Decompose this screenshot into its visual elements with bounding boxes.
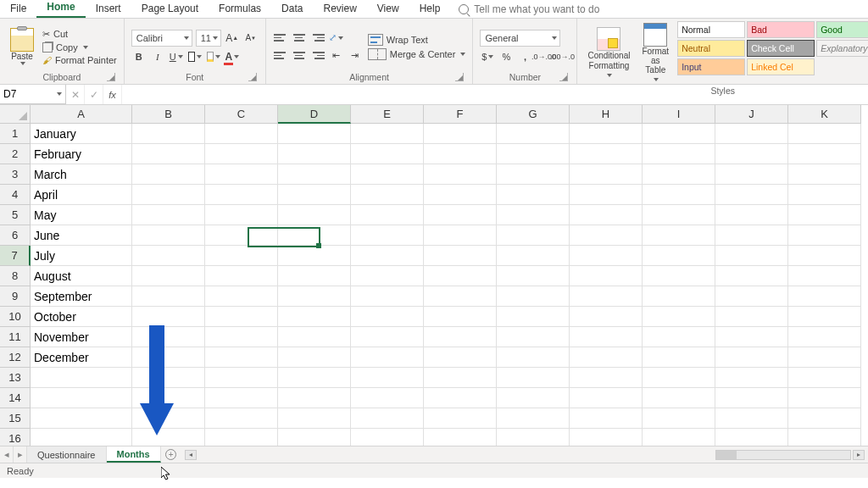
row-header-8[interactable]: 8 <box>0 266 31 286</box>
cell[interactable] <box>205 307 278 327</box>
sheet-nav-prev[interactable]: ▸ <box>14 446 27 463</box>
cell[interactable] <box>205 185 278 205</box>
cell[interactable] <box>643 164 715 185</box>
column-header-J[interactable]: J <box>715 105 788 124</box>
cell[interactable] <box>788 388 861 408</box>
cell[interactable] <box>351 368 424 388</box>
cell[interactable] <box>424 347 497 368</box>
cell[interactable] <box>31 429 132 446</box>
cell[interactable] <box>278 164 351 185</box>
font-name-select[interactable]: Calibri <box>131 30 192 47</box>
cell[interactable] <box>643 225 715 246</box>
cell[interactable] <box>351 408 424 429</box>
cell[interactable] <box>497 124 570 144</box>
name-box[interactable]: D7 <box>0 85 66 104</box>
cell[interactable] <box>351 286 424 307</box>
tab-home[interactable]: Home <box>36 0 85 18</box>
cell[interactable] <box>643 347 715 368</box>
cell[interactable] <box>205 286 278 307</box>
cell[interactable] <box>424 429 497 446</box>
row-header-7[interactable]: 7 <box>0 246 31 266</box>
cell[interactable] <box>278 185 351 205</box>
copy-button[interactable]: Copy <box>42 42 117 53</box>
cell[interactable] <box>132 266 205 286</box>
cell[interactable] <box>643 388 715 408</box>
align-right-button[interactable] <box>310 48 326 64</box>
cell[interactable]: June <box>31 225 132 246</box>
bold-button[interactable]: B <box>131 49 147 64</box>
conditional-formatting-button[interactable]: Conditional Formatting <box>584 21 633 86</box>
column-header-C[interactable]: C <box>205 105 278 124</box>
cell[interactable] <box>205 246 278 266</box>
shrink-font-button[interactable]: A▼ <box>243 30 259 46</box>
cell[interactable] <box>715 205 788 225</box>
row-header-13[interactable]: 13 <box>0 368 31 388</box>
fill-color-button[interactable] <box>206 49 221 64</box>
cell[interactable] <box>278 327 351 347</box>
cell[interactable] <box>643 124 715 144</box>
cell[interactable] <box>351 327 424 347</box>
cell[interactable] <box>278 388 351 408</box>
cell[interactable] <box>205 347 278 368</box>
dialog-launcher-icon[interactable] <box>455 73 464 81</box>
cell[interactable] <box>278 144 351 164</box>
cell[interactable] <box>788 286 861 307</box>
row-header-10[interactable]: 10 <box>0 307 31 327</box>
cell[interactable] <box>715 144 788 164</box>
cell-styles-gallery[interactable]: Normal Bad Good Neutral Check Cell Expla… <box>677 21 868 86</box>
cell[interactable] <box>351 225 424 246</box>
cell[interactable] <box>424 185 497 205</box>
cell[interactable]: January <box>31 124 132 144</box>
cell[interactable] <box>132 144 205 164</box>
cell[interactable] <box>351 266 424 286</box>
decrease-decimal-button[interactable]: .00→.0 <box>554 49 570 64</box>
cell[interactable] <box>497 246 570 266</box>
cell[interactable] <box>205 368 278 388</box>
align-bottom-button[interactable] <box>310 30 326 46</box>
cell[interactable] <box>205 429 278 446</box>
cell[interactable] <box>570 124 643 144</box>
cell[interactable] <box>715 266 788 286</box>
cell[interactable] <box>570 307 643 327</box>
cell[interactable] <box>570 266 643 286</box>
cell[interactable] <box>788 266 861 286</box>
cell[interactable] <box>788 185 861 205</box>
cell[interactable] <box>424 164 497 185</box>
cell[interactable]: November <box>31 327 132 347</box>
cell[interactable] <box>497 307 570 327</box>
increase-decimal-button[interactable]: .0→.00 <box>536 49 551 64</box>
cell[interactable] <box>132 408 205 429</box>
cell[interactable] <box>570 164 643 185</box>
cell[interactable] <box>278 368 351 388</box>
cell[interactable] <box>715 347 788 368</box>
column-header-K[interactable]: K <box>788 105 861 124</box>
tab-page-layout[interactable]: Page Layout <box>131 0 209 18</box>
cell[interactable]: December <box>31 347 132 368</box>
cell[interactable] <box>643 286 715 307</box>
cell[interactable] <box>278 246 351 266</box>
cell[interactable]: March <box>31 164 132 185</box>
tab-insert[interactable]: Insert <box>86 0 131 18</box>
cell[interactable] <box>497 144 570 164</box>
cell[interactable] <box>132 164 205 185</box>
cell[interactable] <box>715 164 788 185</box>
cell[interactable] <box>497 327 570 347</box>
cell[interactable] <box>643 185 715 205</box>
cell[interactable] <box>643 327 715 347</box>
cell[interactable] <box>424 388 497 408</box>
style-input[interactable]: Input <box>677 58 745 75</box>
increase-indent-button[interactable]: ⇥ <box>348 48 363 64</box>
cell[interactable] <box>788 347 861 368</box>
cell[interactable] <box>205 327 278 347</box>
borders-button[interactable] <box>187 49 203 64</box>
cell[interactable] <box>278 124 351 144</box>
cell[interactable] <box>497 408 570 429</box>
cell[interactable] <box>497 347 570 368</box>
row-header-11[interactable]: 11 <box>0 327 31 347</box>
format-as-table-button[interactable]: Format as Table <box>638 21 672 86</box>
cell[interactable] <box>31 388 132 408</box>
cell[interactable] <box>570 286 643 307</box>
scroll-right-button[interactable]: ▸ <box>853 450 865 460</box>
cell[interactable]: February <box>31 144 132 164</box>
font-color-button[interactable]: A <box>225 49 240 64</box>
